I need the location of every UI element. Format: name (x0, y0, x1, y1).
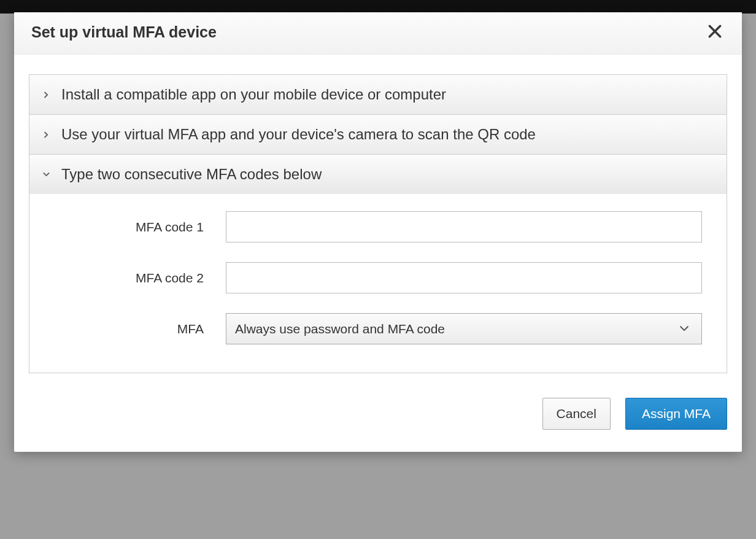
accordion-title-scan: Use your virtual MFA app and your device… (61, 126, 536, 143)
chevron-right-icon (42, 90, 50, 99)
accordion-title-codes: Type two consecutive MFA codes below (61, 166, 322, 183)
form-row-code2: MFA code 2 (54, 262, 702, 293)
modal-body: Install a compatible app on your mobile … (14, 55, 742, 398)
label-mfa-select: MFA (54, 322, 226, 336)
accordion-title-install: Install a compatible app on your mobile … (61, 86, 446, 103)
modal-header: Set up virtual MFA device (14, 12, 742, 55)
form-row-code1: MFA code 1 (54, 211, 702, 242)
cancel-button[interactable]: Cancel (542, 398, 611, 430)
form-row-mfa-select: MFA Always use password and MFA code (54, 313, 702, 344)
modal-title: Set up virtual MFA device (31, 23, 217, 41)
input-mfa-code-2[interactable] (226, 262, 702, 293)
input-mfa-code-1[interactable] (226, 211, 702, 242)
modal-dialog: Set up virtual MFA device (14, 12, 742, 452)
accordion-item-codes: Type two consecutive MFA codes below MFA… (29, 155, 727, 373)
chevron-right-icon (42, 130, 50, 139)
modal-footer: Cancel Assign MFA (14, 398, 742, 452)
chevron-down-icon (42, 170, 50, 179)
assign-mfa-button[interactable]: Assign MFA (625, 398, 727, 430)
close-icon (707, 23, 723, 41)
accordion-header-codes[interactable]: Type two consecutive MFA codes below (29, 155, 727, 194)
accordion-item-install: Install a compatible app on your mobile … (29, 75, 727, 115)
label-mfa-code-2: MFA code 2 (54, 271, 226, 285)
accordion-item-scan: Use your virtual MFA app and your device… (29, 115, 727, 155)
select-mfa-value: Always use password and MFA code (235, 322, 445, 336)
accordion-content-codes: MFA code 1 MFA code 2 MFA Always use pas… (29, 194, 727, 373)
chevron-down-icon (679, 322, 689, 336)
accordion-header-scan[interactable]: Use your virtual MFA app and your device… (29, 115, 727, 154)
label-mfa-code-1: MFA code 1 (54, 220, 226, 235)
close-button[interactable] (705, 22, 725, 42)
modal-overlay: Set up virtual MFA device (0, 0, 756, 539)
accordion: Install a compatible app on your mobile … (29, 74, 727, 373)
select-mfa-mode[interactable]: Always use password and MFA code (226, 313, 702, 344)
accordion-header-install[interactable]: Install a compatible app on your mobile … (29, 75, 727, 114)
